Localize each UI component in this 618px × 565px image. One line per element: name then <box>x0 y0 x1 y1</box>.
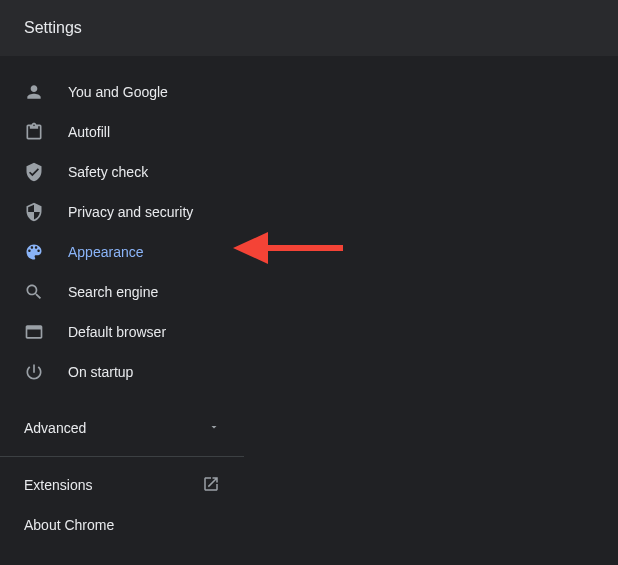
shield-icon <box>24 202 44 222</box>
sidebar-item-search-engine[interactable]: Search engine <box>0 272 244 312</box>
sidebar-item-label: Appearance <box>68 244 144 260</box>
sidebar-item-label: You and Google <box>68 84 168 100</box>
sidebar-item-about-chrome[interactable]: About Chrome <box>0 505 244 545</box>
page-title: Settings <box>24 19 82 37</box>
about-label: About Chrome <box>24 517 114 533</box>
settings-header: Settings <box>0 0 618 56</box>
sidebar-item-label: Autofill <box>68 124 110 140</box>
sidebar-item-safety-check[interactable]: Safety check <box>0 152 244 192</box>
annotation-arrow <box>228 228 348 268</box>
sidebar-item-label: On startup <box>68 364 133 380</box>
sidebar-item-you-and-google[interactable]: You and Google <box>0 72 244 112</box>
power-icon <box>24 362 44 382</box>
external-link-icon <box>202 475 220 496</box>
sidebar-item-label: Safety check <box>68 164 148 180</box>
sidebar-divider <box>0 456 244 457</box>
sidebar-item-default-browser[interactable]: Default browser <box>0 312 244 352</box>
sidebar-item-label: Search engine <box>68 284 158 300</box>
sidebar-item-privacy-security[interactable]: Privacy and security <box>0 192 244 232</box>
advanced-label: Advanced <box>24 420 86 436</box>
search-icon <box>24 282 44 302</box>
chevron-down-icon <box>208 420 220 436</box>
sidebar-item-on-startup[interactable]: On startup <box>0 352 244 392</box>
sidebar-item-appearance[interactable]: Appearance <box>0 232 244 272</box>
clipboard-icon <box>24 122 44 142</box>
advanced-toggle[interactable]: Advanced <box>0 408 244 448</box>
shield-check-icon <box>24 162 44 182</box>
browser-icon <box>24 322 44 342</box>
sidebar-item-label: Default browser <box>68 324 166 340</box>
person-icon <box>24 82 44 102</box>
sidebar-item-extensions[interactable]: Extensions <box>0 465 244 505</box>
sidebar-item-label: Privacy and security <box>68 204 193 220</box>
extensions-label: Extensions <box>24 477 92 493</box>
nav-list: You and Google Autofill Safety check Pri… <box>0 72 244 392</box>
sidebar-item-autofill[interactable]: Autofill <box>0 112 244 152</box>
settings-sidebar: You and Google Autofill Safety check Pri… <box>0 56 244 545</box>
palette-icon <box>24 242 44 262</box>
